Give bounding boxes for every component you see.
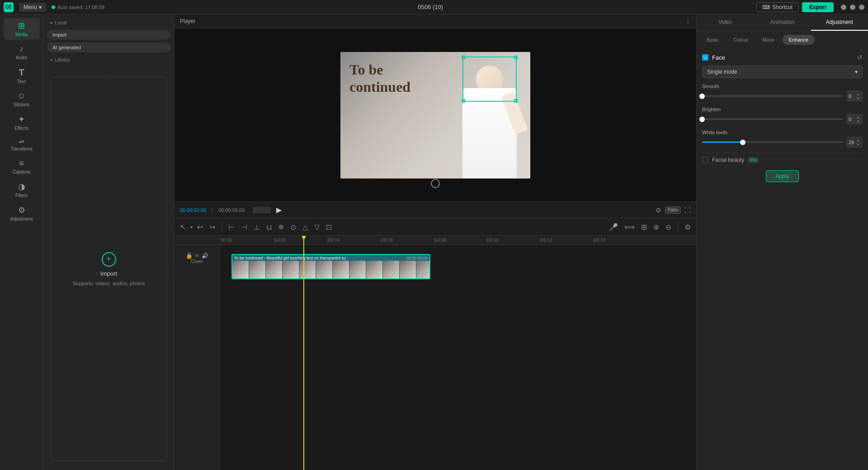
white-teeth-thumb[interactable] [740, 140, 745, 145]
sidebar-item-adjustment[interactable]: ⚙ Adjustment [4, 202, 40, 224]
maximize-button[interactable] [850, 5, 855, 10]
sidebar-item-label: Effects [14, 126, 28, 131]
tool-chevron-icon[interactable]: ▾ [190, 225, 193, 230]
menu-chevron-icon: ▾ [39, 4, 42, 10]
smooth-slider[interactable] [702, 95, 843, 97]
smooth-slider-control: 0 ▲ ▼ [702, 91, 863, 101]
local-section-label: Local [47, 18, 170, 27]
ai-generated-button[interactable]: AI generated [47, 42, 170, 52]
brighten-increment[interactable]: ▲ [856, 115, 860, 119]
sidebar-item-filters[interactable]: ◑ Filters [4, 179, 40, 201]
left-nav: ⊞ Media ♪ Audio T Text ☺ Stickers ✦ Effe… [0, 14, 43, 470]
split-button[interactable]: ⊢ [226, 221, 236, 233]
delete-button[interactable]: ⊔ [264, 221, 274, 233]
sidebar-item-label: Captions [13, 169, 30, 174]
clip-thumb-12 [416, 261, 430, 279]
sidebar-item-captions[interactable]: ≡ Captions [4, 156, 40, 177]
face-reset-button[interactable]: ↺ [857, 54, 863, 61]
white-teeth-increment[interactable]: ▲ [856, 138, 860, 142]
sub-tab-basic[interactable]: Basic [700, 35, 725, 45]
cursor-tool[interactable]: ↖ [178, 221, 188, 233]
face-title-row: ✓ Face [702, 54, 725, 61]
import-tab-button[interactable]: Import [47, 30, 170, 40]
tab-adjustment[interactable]: Adjustment [811, 14, 868, 31]
stickers-icon: ☺ [17, 91, 25, 101]
face-mode-dropdown[interactable]: Single mode ▾ [702, 66, 863, 78]
freeze-button[interactable]: ❄ [276, 221, 286, 233]
sidebar-item-transitions[interactable]: ⇌ Transitions [4, 135, 40, 154]
sidebar-item-label: Text [17, 79, 25, 84]
face-checkbox[interactable]: ✓ [702, 54, 708, 61]
project-title: 0506 (10) [110, 4, 751, 10]
play-button[interactable]: ▶ [276, 206, 282, 214]
volume-bar[interactable] [253, 207, 271, 213]
sidebar-item-effects[interactable]: ✦ Effects [4, 112, 40, 133]
zoom-in-button[interactable]: ⊕ [651, 221, 661, 233]
clip-thumb-11 [400, 261, 416, 279]
shortcut-button[interactable]: ⌨ Shortcut [756, 2, 798, 12]
import-drop-area[interactable]: + Import Supports: videos, audios, photo… [51, 77, 167, 461]
rotation-handle[interactable] [431, 179, 440, 188]
mirror-h-button[interactable]: △ [301, 221, 310, 233]
right-panel-content: ✓ Face ↺ Single mode ▾ Smooth [697, 48, 868, 470]
ratio-button[interactable]: Ratio [665, 207, 681, 214]
sidebar-item-media[interactable]: ⊞ Media [4, 18, 40, 40]
white-teeth-slider-row: White teeth 29 ▲ ▼ [702, 130, 863, 147]
face-label: Face [712, 54, 725, 61]
sub-tab-mask[interactable]: Mask [756, 35, 780, 45]
sub-tab-enhance[interactable]: Enhance [783, 35, 815, 45]
toolbar-right: 🎤 ⟺ ⊞ ⊕ ⊖ ⚙ [607, 221, 693, 233]
smooth-increment[interactable]: ▲ [856, 92, 860, 96]
ruler-mark-0: 00:00 [221, 238, 232, 243]
settings-icon[interactable]: ⚙ [656, 207, 661, 214]
zoom-out-button[interactable]: ⊖ [664, 221, 673, 233]
menu-button[interactable]: Menu ▾ [19, 3, 46, 12]
sidebar-item-stickers[interactable]: ☺ Stickers [4, 89, 40, 110]
mirror-v-button[interactable]: ▽ [312, 221, 321, 233]
tab-animation[interactable]: Animation [754, 14, 811, 31]
total-time: 00:00:05:00 [218, 207, 245, 213]
player-header: Player ⋮ [175, 14, 696, 28]
ruler-corner [175, 236, 219, 245]
close-button[interactable] [859, 5, 864, 10]
smooth-thumb[interactable] [699, 94, 705, 99]
brighten-thumb[interactable] [699, 117, 705, 122]
sidebar-item-audio[interactable]: ♪ Audio [4, 42, 40, 63]
export-button[interactable]: Export [802, 2, 834, 12]
fullscreen-icon[interactable]: ⛶ [684, 207, 691, 214]
import-area-title: Import [100, 270, 117, 277]
auto-saved-dot [52, 5, 55, 9]
copy-button[interactable]: ⊙ [288, 221, 298, 233]
smooth-decrement[interactable]: ▼ [856, 96, 860, 100]
apply-button[interactable]: Apply [766, 170, 798, 182]
import-tab-label: Import [52, 32, 66, 38]
settings-tool[interactable]: ⚙ [683, 221, 693, 233]
mute-icon[interactable]: 🔊 [202, 253, 208, 259]
white-teeth-slider[interactable] [702, 141, 843, 143]
player-menu-icon[interactable]: ⋮ [685, 18, 691, 24]
clip-thumb-9 [366, 261, 382, 279]
facial-beauty-checkbox[interactable] [702, 157, 708, 163]
white-teeth-decrement[interactable]: ▼ [856, 142, 860, 146]
brighten-slider[interactable] [702, 118, 843, 120]
undo-button[interactable]: ↩ [195, 221, 205, 233]
mic-button[interactable]: 🎤 [607, 221, 620, 233]
timeline-ruler: 00:00 |00:02 |00:04 |00:06 |00:08 |00:10… [220, 236, 696, 245]
brighten-decrement[interactable]: ▼ [856, 119, 860, 123]
shortcut-label: Shortcut [772, 4, 793, 10]
redo-button[interactable]: ↪ [208, 221, 217, 233]
trim-right-button[interactable]: ⊥ [252, 221, 262, 233]
clip-title: To be continued - Beautiful girl touchin… [234, 256, 346, 260]
sidebar-item-text[interactable]: T Text [4, 65, 40, 87]
zoom-fit-button[interactable]: ⊞ [639, 221, 649, 233]
tab-video[interactable]: Video [697, 14, 754, 31]
fit-button[interactable]: ⟺ [623, 221, 637, 233]
minimize-button[interactable] [841, 5, 846, 10]
sub-tab-cutout[interactable]: Cutout [727, 35, 754, 45]
crop-button[interactable]: ⊡ [324, 221, 334, 233]
white-teeth-label: White teeth [702, 130, 863, 135]
visibility-icon[interactable]: 👁 [194, 253, 200, 259]
lock-icon[interactable]: 🔒 [186, 253, 193, 259]
trim-left-button[interactable]: ⊣ [239, 221, 249, 233]
video-clip[interactable]: To be continued - Beautiful girl touchin… [231, 254, 430, 279]
